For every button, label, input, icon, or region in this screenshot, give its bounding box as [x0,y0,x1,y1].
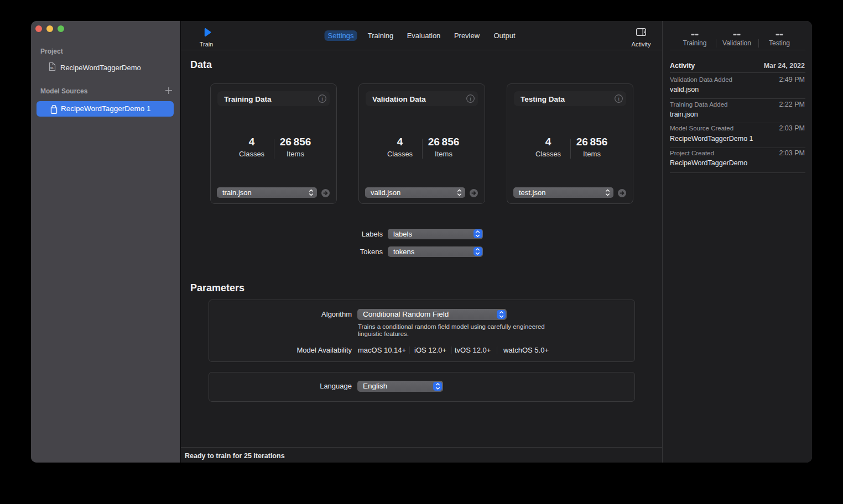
svg-text:i: i [618,96,620,102]
svg-text:ML: ML [50,67,54,70]
svg-text:i: i [470,96,471,102]
svg-text:i: i [321,96,323,102]
